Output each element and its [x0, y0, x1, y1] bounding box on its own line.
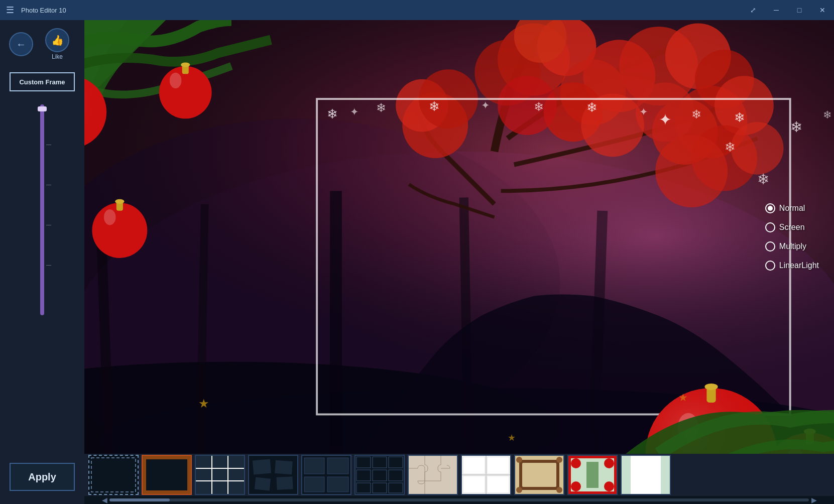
minimize-button[interactable]: ─ [765, 0, 788, 20]
svg-point-141 [604, 458, 614, 468]
expand-icon[interactable]: ⤢ [742, 0, 765, 20]
thumbnail-6[interactable] [408, 455, 458, 495]
svg-point-65 [704, 384, 718, 390]
thumbnail-9[interactable] [567, 455, 618, 495]
back-button[interactable]: ← [9, 32, 33, 56]
svg-text:★: ★ [508, 432, 516, 443]
thumbnail-7[interactable] [461, 455, 511, 495]
apply-button[interactable]: Apply [10, 463, 75, 491]
photo-background: ❄ ✦ ❄ ❄ ✦ ❄ ❄ ✦ ❄ ❄ [84, 20, 834, 454]
titlebar-controls: ⤢ ─ □ ✕ [742, 0, 834, 20]
titlebar: ☰ Photo Editor 10 ⤢ ─ □ ✕ [0, 0, 834, 20]
blend-screen-label: Screen [779, 223, 805, 232]
svg-rect-144 [586, 462, 599, 488]
photo-svg: ❄ ✦ ❄ ❄ ✦ ❄ ❄ ✦ ❄ ❄ [84, 20, 834, 454]
top-buttons: ← 👍 Like [5, 28, 79, 60]
svg-point-137 [556, 487, 562, 493]
thumbnail-2[interactable] [195, 455, 245, 495]
thumbnail-1[interactable] [142, 455, 192, 495]
scroll-track[interactable] [109, 498, 809, 501]
svg-rect-105 [275, 460, 293, 474]
custom-frame-button[interactable]: Custom Frame [10, 72, 75, 91]
svg-point-60 [115, 199, 124, 204]
thumbnail-10[interactable] [621, 455, 671, 495]
svg-point-135 [556, 457, 562, 463]
blend-multiply-label: Multiply [779, 242, 806, 251]
blend-linearlight-radio[interactable] [765, 261, 775, 271]
svg-text:✦: ✦ [659, 111, 672, 129]
svg-text:❄: ❄ [534, 100, 544, 113]
slider-tick-2 [46, 185, 51, 185]
svg-rect-96 [143, 456, 191, 494]
svg-rect-109 [304, 458, 324, 474]
thumbnail-5[interactable] [354, 455, 405, 495]
vertical-slider-thumb[interactable] [38, 106, 47, 111]
svg-rect-107 [276, 476, 293, 490]
svg-point-33 [498, 76, 557, 135]
svg-text:❄: ❄ [757, 171, 769, 187]
app-title: Photo Editor 10 [21, 7, 66, 14]
svg-text:✦: ✦ [481, 99, 490, 111]
image-area: ❄ ✦ ❄ ❄ ✦ ❄ ❄ ✦ ❄ ❄ [84, 20, 834, 454]
svg-point-134 [516, 457, 522, 463]
thumbnails-strip: ◀ ▶ [84, 454, 834, 504]
thumbnails-scroll [84, 454, 834, 496]
svg-rect-113 [355, 456, 404, 494]
slider-tick-4 [46, 265, 51, 266]
thumbnail-3[interactable] [248, 455, 298, 495]
svg-text:❄: ❄ [823, 109, 832, 120]
svg-rect-147 [661, 456, 670, 494]
opacity-slider-container [40, 99, 44, 455]
svg-text:❄: ❄ [327, 106, 338, 121]
like-label: Like [52, 53, 63, 60]
maximize-button[interactable]: □ [788, 0, 811, 20]
blend-linearlight-option[interactable]: LinearLight [765, 261, 819, 271]
svg-point-61 [104, 209, 116, 225]
scroll-right-arrow[interactable]: ▶ [809, 496, 819, 504]
svg-point-58 [92, 203, 147, 258]
slider-tick-3 [46, 225, 51, 225]
main-layout: ← 👍 Like Custom Frame Apply [0, 20, 834, 504]
blend-normal-radio[interactable] [765, 203, 775, 213]
blend-multiply-radio[interactable] [765, 241, 775, 251]
blend-options-panel: Normal Screen Multiply LinearLight [765, 203, 819, 271]
like-button[interactable]: 👍 [45, 28, 69, 52]
svg-text:❄: ❄ [734, 110, 745, 125]
svg-rect-110 [327, 458, 348, 474]
close-button[interactable]: ✕ [811, 0, 834, 20]
blend-normal-option[interactable]: Normal [765, 203, 819, 213]
blend-multiply-option[interactable]: Multiply [765, 241, 819, 251]
menu-icon[interactable]: ☰ [6, 5, 14, 16]
svg-rect-111 [304, 477, 324, 492]
svg-rect-98 [196, 456, 244, 494]
slider-tick-1 [46, 145, 51, 145]
scrollbar-row: ◀ ▶ [84, 496, 834, 504]
svg-point-136 [516, 487, 522, 493]
svg-text:✦: ✦ [639, 106, 648, 117]
svg-rect-133 [522, 463, 556, 487]
svg-rect-146 [622, 456, 631, 494]
blend-screen-radio[interactable] [765, 222, 775, 232]
svg-text:✦: ✦ [350, 106, 359, 117]
svg-text:❄: ❄ [586, 100, 598, 115]
blend-normal-label: Normal [779, 204, 805, 213]
svg-point-52 [181, 62, 190, 67]
svg-text:★: ★ [198, 397, 209, 410]
svg-rect-94 [89, 456, 138, 494]
vertical-slider-track[interactable] [40, 104, 44, 315]
svg-point-26 [655, 135, 728, 207]
svg-text:❄: ❄ [376, 101, 386, 114]
svg-point-140 [571, 458, 581, 468]
svg-text:❄: ❄ [725, 140, 736, 155]
svg-rect-104 [253, 459, 271, 474]
thumbnail-4[interactable] [301, 455, 351, 495]
svg-text:❄: ❄ [691, 108, 701, 121]
thumbnail-8[interactable] [514, 455, 564, 495]
thumbnail-0[interactable] [88, 455, 139, 495]
scroll-thumb[interactable] [109, 498, 170, 501]
svg-text:❄: ❄ [790, 119, 802, 135]
svg-text:❄: ❄ [429, 99, 440, 114]
svg-rect-106 [255, 477, 271, 490]
blend-screen-option[interactable]: Screen [765, 222, 819, 232]
scroll-left-arrow[interactable]: ◀ [99, 496, 109, 504]
